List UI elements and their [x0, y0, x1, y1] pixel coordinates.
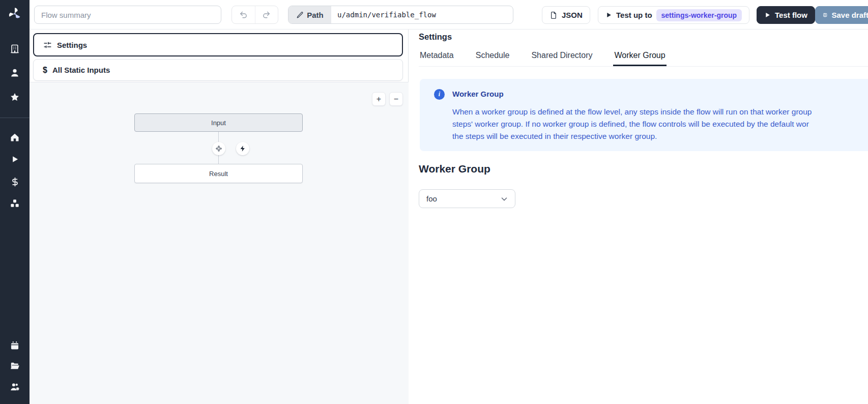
info-icon: i [434, 89, 445, 100]
save-draft-label: Save draft [831, 11, 868, 19]
info-box-text: When a worker group is defined at the fl… [452, 106, 868, 142]
home-icon[interactable] [0, 129, 30, 146]
topbar: Path u/admin/verifiable_flow JSON Test u… [30, 0, 868, 30]
star-icon[interactable] [0, 89, 30, 105]
windmill-flow-editor: Path u/admin/verifiable_flow JSON Test u… [0, 0, 868, 404]
worker-group-select-value: foo [426, 194, 437, 203]
info-line-1: When a worker group is defined at the fl… [452, 106, 868, 118]
path-value[interactable]: u/admin/verifiable_flow [331, 6, 513, 23]
flow-canvas-panel: Settings $ All Static Inputs + − Input R… [30, 30, 409, 404]
play-icon [764, 12, 771, 18]
tab-schedule[interactable]: Schedule [475, 50, 511, 66]
sliders-icon [43, 41, 52, 49]
path-label: Path [307, 11, 324, 19]
play-icon [605, 12, 612, 18]
boxes-icon[interactable] [0, 195, 30, 212]
test-flow-button[interactable]: Test flow [757, 6, 815, 24]
play-icon[interactable] [0, 151, 30, 167]
worker-group-section-title: Worker Group [419, 163, 490, 175]
save-icon [823, 11, 827, 19]
file-json-icon [549, 11, 558, 19]
redo-icon [262, 11, 271, 19]
trigger-bolt-button[interactable] [236, 142, 249, 155]
tab-shared-directory[interactable]: Shared Directory [530, 50, 593, 66]
zoom-in-button[interactable]: + [372, 92, 386, 106]
test-up-to-label: Test up to [616, 11, 652, 19]
tab-worker-group[interactable]: Worker Group [613, 50, 666, 66]
user-icon[interactable] [0, 65, 30, 81]
info-line-2: steps' worker group. If no worker group … [452, 118, 868, 130]
worker-group-info-box: i Worker Group When a worker group is de… [420, 79, 868, 151]
info-line-3: the steps will be executed in their resp… [452, 130, 868, 142]
json-button[interactable]: JSON [542, 6, 590, 24]
calendar-icon[interactable] [0, 337, 30, 354]
sidebar-divider [0, 118, 30, 118]
tab-metadata[interactable]: Metadata [419, 50, 455, 66]
flow-graph-canvas[interactable]: + − Input Result [30, 82, 409, 404]
worker-group-select[interactable]: foo [419, 189, 515, 208]
flow-summary-input[interactable] [34, 6, 221, 24]
result-node[interactable]: Result [134, 164, 303, 183]
building-icon[interactable] [0, 41, 30, 57]
bolt-icon [239, 145, 246, 152]
test-up-to-button[interactable]: Test up to settings-worker-group [598, 6, 749, 24]
dollar-sign-icon: $ [43, 66, 47, 75]
undo-icon [239, 11, 248, 19]
test-flow-label: Test flow [775, 11, 807, 19]
info-box-title: Worker Group [452, 90, 504, 98]
pencil-icon [296, 11, 304, 19]
plus-cross-icon [215, 145, 222, 152]
chevron-down-icon [500, 194, 509, 204]
add-step-button[interactable] [212, 142, 225, 155]
path-group: Path u/admin/verifiable_flow [288, 6, 513, 24]
windmill-logo-icon[interactable] [0, 5, 30, 22]
flow-settings-item[interactable]: Settings [33, 33, 403, 56]
input-node[interactable]: Input [134, 113, 303, 132]
sidebar [0, 0, 30, 404]
undo-button[interactable] [232, 6, 255, 23]
flow-settings-label: Settings [57, 41, 87, 49]
users-cog-icon[interactable] [0, 379, 30, 395]
edit-path-button[interactable]: Path [288, 6, 331, 23]
test-up-to-step-badge: settings-worker-group [656, 9, 742, 21]
json-button-label: JSON [562, 11, 583, 19]
all-static-inputs-item[interactable]: $ All Static Inputs [33, 59, 403, 81]
settings-tabs: Metadata Schedule Shared Directory Worke… [419, 50, 868, 67]
undo-redo-group [232, 6, 278, 24]
save-draft-button[interactable]: Save draft [815, 6, 868, 24]
zoom-out-button[interactable]: − [389, 92, 403, 106]
all-static-inputs-label: All Static Inputs [52, 66, 110, 74]
redo-button[interactable] [255, 6, 278, 23]
folder-open-icon[interactable] [0, 358, 30, 374]
settings-panel-title: Settings [419, 32, 452, 42]
dollar-sign-icon[interactable] [0, 174, 30, 190]
settings-panel: Settings Metadata Schedule Shared Direct… [409, 30, 868, 404]
